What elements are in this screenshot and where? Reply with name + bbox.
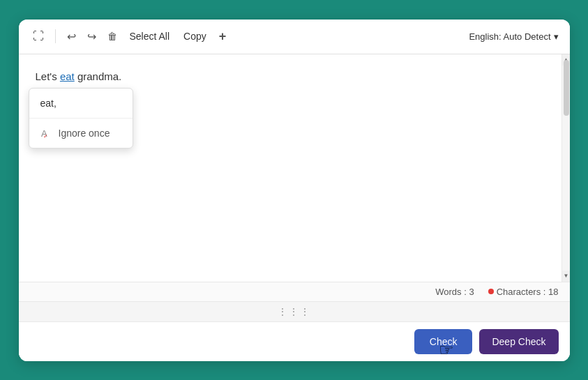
text-after: grandma. [75, 70, 122, 82]
ignore-once-option[interactable]: A ✓ Ignore once [29, 119, 133, 148]
fullscreen-icon[interactable] [30, 27, 47, 45]
drag-dots-icon: ⋮⋮⋮ [278, 306, 311, 317]
ignore-once-label: Ignore once [59, 126, 110, 141]
language-selector[interactable]: English: Auto Detect [469, 31, 558, 42]
language-label: English: Auto Detect [469, 31, 550, 42]
characters-count: Characters : 18 [497, 287, 559, 297]
delete-icon[interactable] [105, 28, 120, 45]
editor-content[interactable]: Let's eat grandma. eat, A ✓ Ignore once [19, 54, 561, 282]
chevron-down-icon [554, 31, 559, 42]
red-dot-indicator [488, 289, 494, 294]
deep-check-button[interactable]: Deep Check [479, 329, 558, 354]
undo-icon[interactable] [64, 27, 79, 46]
drag-handle[interactable]: ⋮⋮⋮ [19, 301, 570, 321]
underlined-word[interactable]: eat [60, 70, 75, 82]
grammar-icon: A ✓ [40, 127, 53, 139]
text-before: Let's [36, 70, 60, 82]
action-bar: Check ☞ Deep Check [19, 321, 570, 361]
suggestion-dropdown: eat, A ✓ Ignore once [29, 88, 133, 149]
status-bar: Words : 3 Characters : 18 [19, 282, 570, 301]
words-count: Words : 3 [435, 287, 474, 297]
text-content: Let's eat grandma. eat, A ✓ Ignore once [36, 68, 545, 85]
scrollbar-track[interactable]: ▲ ▼ [561, 54, 570, 282]
select-all-button[interactable]: Select All [126, 28, 174, 45]
editor-area: Let's eat grandma. eat, A ✓ Ignore once [19, 54, 570, 282]
redo-icon[interactable] [84, 27, 99, 46]
suggestion-option[interactable]: eat, [29, 89, 133, 119]
main-card: Select All Copy English: Auto Detect Let… [19, 20, 570, 361]
scrollbar-thumb[interactable] [564, 60, 569, 116]
scroll-down-arrow[interactable]: ▼ [562, 271, 570, 282]
copy-button[interactable]: Copy [179, 28, 211, 45]
add-icon[interactable] [216, 26, 229, 47]
toolbar-divider-1 [55, 29, 56, 43]
check-button[interactable]: Check [414, 329, 473, 354]
svg-text:✓: ✓ [43, 133, 48, 139]
toolbar: Select All Copy English: Auto Detect [19, 20, 570, 54]
